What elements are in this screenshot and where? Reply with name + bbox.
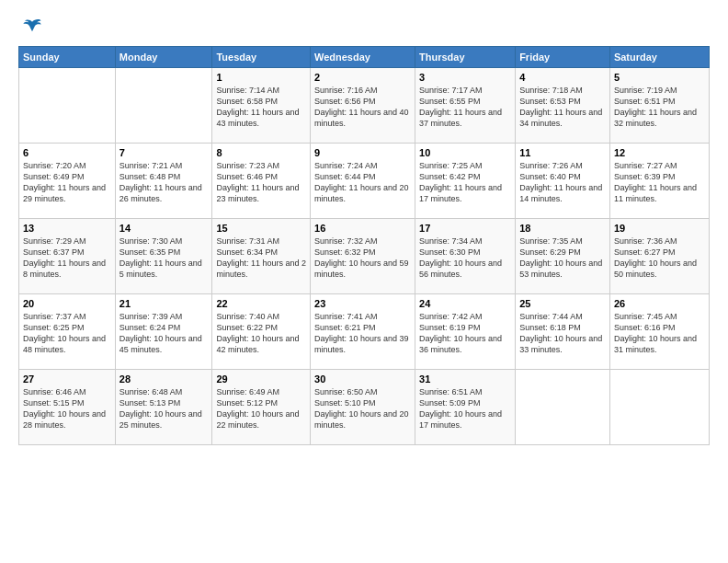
day-number: 24 [419, 298, 511, 309]
day-number: 14 [119, 223, 209, 234]
day-info: Sunrise: 6:51 AMSunset: 5:09 PMDaylight:… [419, 386, 511, 431]
day-number: 7 [119, 147, 209, 158]
calendar-cell: 4Sunrise: 7:18 AMSunset: 6:53 PMDaylight… [516, 68, 610, 144]
day-number: 22 [216, 298, 306, 309]
day-number: 11 [519, 147, 606, 158]
day-info: Sunrise: 7:20 AMSunset: 6:49 PMDaylight:… [23, 160, 111, 205]
day-info: Sunrise: 7:45 AMSunset: 6:16 PMDaylight:… [614, 311, 705, 356]
calendar-cell: 20Sunrise: 7:37 AMSunset: 6:25 PMDayligh… [19, 294, 116, 370]
calendar-cell: 24Sunrise: 7:42 AMSunset: 6:19 PMDayligh… [415, 294, 516, 370]
calendar-cell: 21Sunrise: 7:39 AMSunset: 6:24 PMDayligh… [115, 294, 212, 370]
calendar-cell: 15Sunrise: 7:31 AMSunset: 6:34 PMDayligh… [212, 219, 311, 294]
day-info: Sunrise: 7:16 AMSunset: 6:56 PMDaylight:… [314, 85, 411, 130]
day-info: Sunrise: 7:34 AMSunset: 6:30 PMDaylight:… [419, 236, 511, 281]
logo-bird-icon [22, 17, 42, 37]
calendar-cell: 28Sunrise: 6:48 AMSunset: 5:13 PMDayligh… [115, 370, 212, 445]
day-number: 2 [314, 72, 411, 83]
day-number: 3 [419, 72, 511, 83]
day-number: 12 [614, 147, 705, 158]
calendar-cell [609, 370, 709, 445]
week-row-3: 13Sunrise: 7:29 AMSunset: 6:37 PMDayligh… [19, 219, 710, 294]
day-number: 29 [216, 373, 306, 385]
calendar-cell: 27Sunrise: 6:46 AMSunset: 5:15 PMDayligh… [19, 370, 116, 445]
day-info: Sunrise: 6:49 AMSunset: 5:12 PMDaylight:… [216, 386, 306, 431]
calendar-table: SundayMondayTuesdayWednesdayThursdayFrid… [18, 46, 710, 445]
header [18, 17, 710, 37]
day-number: 21 [119, 298, 209, 309]
day-info: Sunrise: 7:25 AMSunset: 6:42 PMDaylight:… [419, 160, 511, 205]
calendar-cell: 5Sunrise: 7:19 AMSunset: 6:51 PMDaylight… [609, 68, 709, 144]
calendar-cell: 18Sunrise: 7:35 AMSunset: 6:29 PMDayligh… [516, 219, 610, 294]
day-info: Sunrise: 6:50 AMSunset: 5:10 PMDaylight:… [314, 386, 411, 431]
day-number: 26 [614, 298, 705, 309]
day-info: Sunrise: 6:48 AMSunset: 5:13 PMDaylight:… [119, 386, 209, 431]
day-number: 27 [23, 373, 111, 385]
day-number: 25 [519, 298, 606, 309]
day-header-saturday: Saturday [609, 47, 709, 68]
day-header-tuesday: Tuesday [212, 47, 311, 68]
week-row-4: 20Sunrise: 7:37 AMSunset: 6:25 PMDayligh… [19, 294, 710, 370]
day-number: 19 [614, 223, 705, 234]
calendar-cell: 2Sunrise: 7:16 AMSunset: 6:56 PMDaylight… [311, 68, 415, 144]
day-info: Sunrise: 7:41 AMSunset: 6:21 PMDaylight:… [314, 311, 411, 356]
calendar-cell [19, 68, 116, 144]
day-info: Sunrise: 7:21 AMSunset: 6:48 PMDaylight:… [119, 160, 209, 205]
calendar-cell: 3Sunrise: 7:17 AMSunset: 6:55 PMDaylight… [415, 68, 516, 144]
calendar-cell: 17Sunrise: 7:34 AMSunset: 6:30 PMDayligh… [415, 219, 516, 294]
calendar-cell [516, 370, 610, 445]
day-number: 9 [314, 147, 411, 158]
day-number: 5 [614, 72, 705, 83]
day-info: Sunrise: 7:30 AMSunset: 6:35 PMDaylight:… [119, 236, 209, 281]
day-header-wednesday: Wednesday [311, 47, 415, 68]
calendar-cell: 1Sunrise: 7:14 AMSunset: 6:58 PMDaylight… [212, 68, 311, 144]
calendar-cell: 30Sunrise: 6:50 AMSunset: 5:10 PMDayligh… [311, 370, 415, 445]
day-number: 31 [419, 373, 511, 385]
calendar-cell: 8Sunrise: 7:23 AMSunset: 6:46 PMDaylight… [212, 144, 311, 219]
day-number: 15 [216, 223, 306, 234]
calendar-cell: 14Sunrise: 7:30 AMSunset: 6:35 PMDayligh… [115, 219, 212, 294]
calendar-cell: 7Sunrise: 7:21 AMSunset: 6:48 PMDaylight… [115, 144, 212, 219]
calendar-cell [115, 68, 212, 144]
day-info: Sunrise: 7:37 AMSunset: 6:25 PMDaylight:… [23, 311, 111, 356]
day-info: Sunrise: 7:14 AMSunset: 6:58 PMDaylight:… [216, 85, 306, 130]
day-info: Sunrise: 7:31 AMSunset: 6:34 PMDaylight:… [216, 236, 306, 281]
day-info: Sunrise: 7:32 AMSunset: 6:32 PMDaylight:… [314, 236, 411, 281]
day-number: 8 [216, 147, 306, 158]
calendar-cell: 31Sunrise: 6:51 AMSunset: 5:09 PMDayligh… [415, 370, 516, 445]
day-number: 20 [23, 298, 111, 309]
day-header-friday: Friday [516, 47, 610, 68]
day-info: Sunrise: 7:35 AMSunset: 6:29 PMDaylight:… [519, 236, 606, 281]
day-number: 6 [23, 147, 111, 158]
day-info: Sunrise: 7:40 AMSunset: 6:22 PMDaylight:… [216, 311, 306, 356]
logo [18, 17, 42, 37]
week-row-5: 27Sunrise: 6:46 AMSunset: 5:15 PMDayligh… [19, 370, 710, 445]
day-info: Sunrise: 7:19 AMSunset: 6:51 PMDaylight:… [614, 85, 705, 130]
day-number: 30 [314, 373, 411, 385]
day-number: 4 [519, 72, 606, 83]
page: SundayMondayTuesdayWednesdayThursdayFrid… [0, 0, 728, 563]
day-number: 13 [23, 223, 111, 234]
calendar-cell: 26Sunrise: 7:45 AMSunset: 6:16 PMDayligh… [609, 294, 709, 370]
day-info: Sunrise: 7:17 AMSunset: 6:55 PMDaylight:… [419, 85, 511, 130]
day-number: 16 [314, 223, 411, 234]
day-info: Sunrise: 7:26 AMSunset: 6:40 PMDaylight:… [519, 160, 606, 205]
day-info: Sunrise: 6:46 AMSunset: 5:15 PMDaylight:… [23, 386, 111, 431]
day-info: Sunrise: 7:42 AMSunset: 6:19 PMDaylight:… [419, 311, 511, 356]
calendar-cell: 12Sunrise: 7:27 AMSunset: 6:39 PMDayligh… [609, 144, 709, 219]
week-row-1: 1Sunrise: 7:14 AMSunset: 6:58 PMDaylight… [19, 68, 710, 144]
calendar-cell: 29Sunrise: 6:49 AMSunset: 5:12 PMDayligh… [212, 370, 311, 445]
calendar-cell: 11Sunrise: 7:26 AMSunset: 6:40 PMDayligh… [516, 144, 610, 219]
day-info: Sunrise: 7:24 AMSunset: 6:44 PMDaylight:… [314, 160, 411, 205]
week-row-2: 6Sunrise: 7:20 AMSunset: 6:49 PMDaylight… [19, 144, 710, 219]
day-info: Sunrise: 7:39 AMSunset: 6:24 PMDaylight:… [119, 311, 209, 356]
calendar-cell: 22Sunrise: 7:40 AMSunset: 6:22 PMDayligh… [212, 294, 311, 370]
calendar-cell: 25Sunrise: 7:44 AMSunset: 6:18 PMDayligh… [516, 294, 610, 370]
calendar-cell: 10Sunrise: 7:25 AMSunset: 6:42 PMDayligh… [415, 144, 516, 219]
day-number: 18 [519, 223, 606, 234]
day-info: Sunrise: 7:27 AMSunset: 6:39 PMDaylight:… [614, 160, 705, 205]
calendar-cell: 9Sunrise: 7:24 AMSunset: 6:44 PMDaylight… [311, 144, 415, 219]
calendar-cell: 23Sunrise: 7:41 AMSunset: 6:21 PMDayligh… [311, 294, 415, 370]
day-info: Sunrise: 7:36 AMSunset: 6:27 PMDaylight:… [614, 236, 705, 281]
day-info: Sunrise: 7:18 AMSunset: 6:53 PMDaylight:… [519, 85, 606, 130]
day-header-thursday: Thursday [415, 47, 516, 68]
